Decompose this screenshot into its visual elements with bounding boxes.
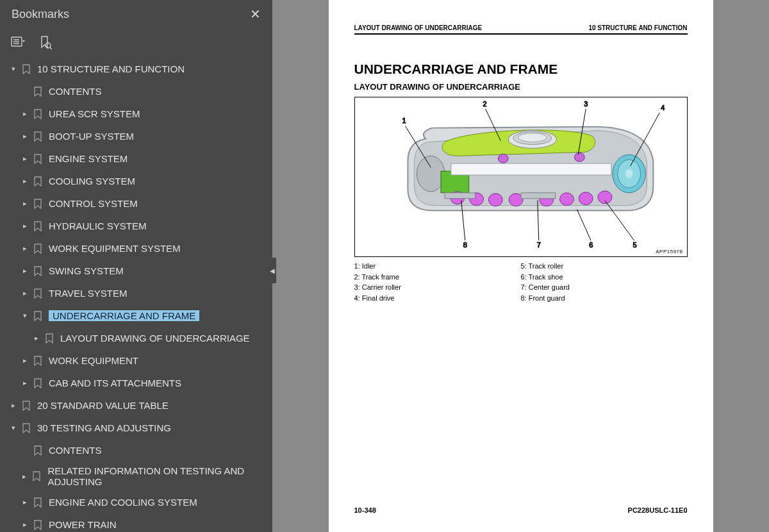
bookmark-label: SWING SYSTEM bbox=[49, 265, 272, 276]
bookmarks-tree[interactable]: ▾10 STRUCTURE AND FUNCTIONCONTENTS▸UREA … bbox=[0, 55, 272, 532]
bookmark-row[interactable]: ▸ENGINE SYSTEM bbox=[0, 147, 272, 170]
legend-item: 4: Final drive bbox=[354, 293, 521, 304]
caret-icon[interactable]: ▸ bbox=[21, 132, 29, 140]
close-icon[interactable]: ✕ bbox=[250, 6, 261, 22]
caret-icon[interactable]: ▸ bbox=[21, 356, 29, 365]
legend-item: 7: Center guard bbox=[521, 282, 688, 293]
find-bookmark-icon[interactable] bbox=[37, 35, 54, 51]
callout-2: 2 bbox=[483, 100, 486, 108]
caret-icon[interactable]: ▸ bbox=[21, 267, 29, 275]
caret-icon[interactable]: ▸ bbox=[32, 334, 41, 342]
bookmarks-sidebar: Bookmarks ✕ ▾10 STRUCTURE AND FUNCTIONCO… bbox=[0, 0, 272, 532]
bookmarks-options-icon[interactable] bbox=[10, 35, 27, 51]
bookmark-label: COOLING SYSTEM bbox=[49, 176, 272, 187]
caret-icon[interactable]: ▾ bbox=[9, 424, 18, 432]
collapse-handle-icon[interactable]: ◀ bbox=[269, 258, 276, 283]
caret-icon[interactable]: ▸ bbox=[21, 498, 29, 506]
bookmark-row[interactable]: ▾UNDERCARRIAGE AND FRAME bbox=[0, 304, 272, 327]
bookmark-row[interactable]: ▸UREA SCR SYSTEM bbox=[0, 103, 272, 125]
bookmark-row[interactable]: ▸ENGINE AND COOLING SYSTEM bbox=[0, 491, 272, 513]
svg-point-8 bbox=[518, 133, 547, 142]
caret-icon[interactable]: ▸ bbox=[21, 472, 28, 481]
caret-icon[interactable]: ▸ bbox=[21, 289, 29, 297]
undercarriage-figure: 1 2 3 4 5 6 7 8 APP15978 bbox=[354, 97, 688, 257]
svg-point-16 bbox=[574, 153, 584, 162]
sidebar-toolbar bbox=[0, 28, 272, 55]
doc-code: PC228USLC-11E0 bbox=[628, 506, 688, 514]
bookmark-row[interactable]: CONTENTS bbox=[0, 439, 272, 461]
bookmark-label: CONTENTS bbox=[49, 86, 272, 97]
bookmark-icon bbox=[33, 378, 42, 388]
svg-point-4 bbox=[45, 43, 51, 48]
caret-icon[interactable]: ▸ bbox=[21, 222, 29, 230]
bookmark-row[interactable]: ▾30 TESTING AND ADJUSTING bbox=[0, 417, 272, 439]
bookmark-icon bbox=[33, 109, 42, 119]
caret-icon[interactable]: ▸ bbox=[9, 401, 18, 410]
bookmark-icon bbox=[33, 244, 42, 254]
bookmark-row[interactable]: ▸20 STANDARD VALUE TABLE bbox=[0, 394, 272, 417]
bookmark-row[interactable]: ▸TRAVEL SYSTEM bbox=[0, 282, 272, 304]
bookmark-icon bbox=[33, 87, 42, 97]
bookmark-icon bbox=[33, 154, 42, 164]
caret-icon[interactable]: ▾ bbox=[9, 65, 18, 73]
bookmark-label: ENGINE SYSTEM bbox=[49, 153, 272, 164]
bookmark-icon bbox=[22, 64, 31, 74]
bookmark-icon bbox=[33, 520, 42, 530]
svg-point-22 bbox=[559, 193, 574, 206]
svg-line-32 bbox=[577, 210, 591, 241]
callout-8: 8 bbox=[463, 241, 467, 249]
caret-icon[interactable]: ▸ bbox=[21, 379, 29, 387]
svg-rect-25 bbox=[521, 193, 556, 199]
caret-icon[interactable]: ▸ bbox=[21, 199, 29, 208]
bookmark-row[interactable]: ▸POWER TRAIN bbox=[0, 513, 272, 532]
bookmark-row[interactable]: ▸CAB AND ITS ATTACHMENTS bbox=[0, 372, 272, 394]
legend-item: 8: Front guard bbox=[521, 293, 688, 304]
bookmark-label: CONTROL SYSTEM bbox=[49, 198, 272, 209]
bookmark-icon bbox=[33, 356, 42, 366]
bookmark-icon bbox=[45, 333, 54, 344]
bookmark-label: 10 STRUCTURE AND FUNCTION bbox=[37, 63, 272, 74]
bookmark-row[interactable]: ▸CONTROL SYSTEM bbox=[0, 192, 272, 215]
callout-1: 1 bbox=[402, 117, 406, 124]
document-viewport[interactable]: LAYOUT DRAWING OF UNDERCARRIAGE 10 STRUC… bbox=[272, 0, 769, 532]
page-title: UNDERCARRIAGE AND FRAME bbox=[354, 62, 688, 77]
bookmark-row[interactable]: ▸SWING SYSTEM bbox=[0, 260, 272, 282]
sidebar-title: Bookmarks bbox=[12, 8, 69, 21]
bookmark-row[interactable]: ▸WORK EQUIPMENT bbox=[0, 349, 272, 372]
bookmark-label: LAYOUT DRAWING OF UNDERCARRIAGE bbox=[60, 333, 272, 344]
callout-5: 5 bbox=[633, 241, 636, 249]
callout-3: 3 bbox=[584, 100, 588, 108]
svg-rect-26 bbox=[444, 193, 475, 199]
bookmark-row[interactable]: ▸COOLING SYSTEM bbox=[0, 170, 272, 192]
bookmark-label: RELATED INFORMATION ON TESTING AND ADJUS… bbox=[47, 465, 272, 487]
svg-point-19 bbox=[488, 194, 502, 206]
bookmark-row[interactable]: CONTENTS bbox=[0, 80, 272, 103]
legend-item: 3: Carrier roller bbox=[354, 282, 521, 293]
bookmark-label: WORK EQUIPMENT SYSTEM bbox=[49, 243, 272, 254]
caret-icon[interactable]: ▸ bbox=[21, 520, 29, 529]
page-header-left: LAYOUT DRAWING OF UNDERCARRIAGE bbox=[354, 24, 483, 31]
svg-line-5 bbox=[50, 47, 52, 49]
bookmark-label: HYDRAULIC SYSTEM bbox=[49, 220, 272, 231]
caret-icon[interactable]: ▸ bbox=[21, 154, 29, 163]
caret-icon[interactable]: ▾ bbox=[21, 312, 29, 320]
bookmark-row[interactable]: ▾10 STRUCTURE AND FUNCTION bbox=[0, 58, 272, 80]
page-header-right: 10 STRUCTURE AND FUNCTION bbox=[588, 24, 687, 31]
bookmark-label: ENGINE AND COOLING SYSTEM bbox=[49, 497, 272, 508]
figure-legend: 1: Idler2: Track frame3: Carrier roller4… bbox=[354, 261, 688, 303]
caret-icon[interactable]: ▸ bbox=[21, 244, 29, 253]
bookmark-icon bbox=[33, 311, 42, 321]
bookmark-icon bbox=[33, 497, 42, 508]
caret-icon[interactable]: ▸ bbox=[21, 177, 29, 185]
bookmark-row[interactable]: ▸BOOT-UP SYSTEM bbox=[0, 125, 272, 147]
legend-item: 6: Track shoe bbox=[521, 272, 688, 283]
bookmark-row[interactable]: ▸HYDRAULIC SYSTEM bbox=[0, 215, 272, 237]
bookmark-label: UREA SCR SYSTEM bbox=[49, 108, 272, 119]
bookmark-row[interactable]: ▸RELATED INFORMATION ON TESTING AND ADJU… bbox=[0, 461, 272, 491]
bookmark-icon bbox=[33, 266, 42, 276]
page-running-header: LAYOUT DRAWING OF UNDERCARRIAGE 10 STRUC… bbox=[354, 24, 688, 35]
caret-icon[interactable]: ▸ bbox=[21, 110, 29, 118]
bookmark-row[interactable]: ▸WORK EQUIPMENT SYSTEM bbox=[0, 237, 272, 260]
bookmark-row[interactable]: ▸LAYOUT DRAWING OF UNDERCARRIAGE bbox=[0, 327, 272, 349]
document-page: LAYOUT DRAWING OF UNDERCARRIAGE 10 STRUC… bbox=[329, 0, 713, 532]
